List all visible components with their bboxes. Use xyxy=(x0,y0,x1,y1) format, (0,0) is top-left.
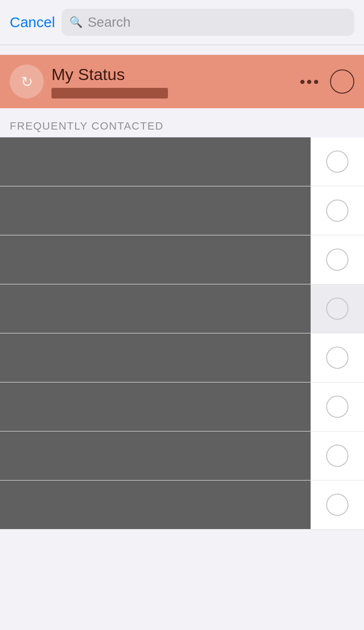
contact-row xyxy=(0,431,364,481)
contact-radio-area xyxy=(311,137,364,186)
contact-radio-area xyxy=(311,284,364,333)
header: Cancel 🔍 xyxy=(0,0,364,45)
contact-row xyxy=(0,186,364,235)
contact-radio-area xyxy=(311,235,364,284)
status-title: My Status xyxy=(51,65,292,84)
status-text-area: My Status xyxy=(51,65,292,99)
my-status-row: ↻ My Status ••• xyxy=(0,55,364,108)
contact-radio-area xyxy=(311,431,364,480)
contact-row xyxy=(0,137,364,186)
status-avatar: ↻ xyxy=(10,65,44,99)
contacts-list xyxy=(0,137,364,530)
contact-select-button[interactable] xyxy=(326,199,348,222)
search-input[interactable] xyxy=(87,15,347,30)
contact-radio-area xyxy=(311,333,364,382)
contact-select-button[interactable] xyxy=(326,298,348,320)
cancel-button[interactable]: Cancel xyxy=(10,14,55,31)
contact-avatar xyxy=(0,382,311,431)
contact-select-button[interactable] xyxy=(326,249,348,271)
contact-avatar xyxy=(0,235,311,284)
status-progress-bar xyxy=(51,88,168,99)
search-icon: 🔍 xyxy=(69,16,83,29)
contact-avatar xyxy=(0,481,311,529)
contact-select-button[interactable] xyxy=(326,347,348,369)
status-actions: ••• xyxy=(299,69,354,94)
contact-select-button[interactable] xyxy=(326,445,348,467)
section-title: FREQUENTLY CONTACTED xyxy=(10,120,164,132)
contact-row xyxy=(0,481,364,530)
contact-avatar xyxy=(0,137,311,186)
contact-avatar xyxy=(0,186,311,235)
contact-select-button[interactable] xyxy=(326,396,348,418)
contact-row xyxy=(0,382,364,431)
contact-avatar xyxy=(0,431,311,480)
status-share-button[interactable] xyxy=(330,69,354,94)
contact-select-button[interactable] xyxy=(326,494,348,516)
contact-radio-area xyxy=(311,186,364,235)
search-bar: 🔍 xyxy=(62,9,354,36)
section-header: FREQUENTLY CONTACTED xyxy=(0,108,364,137)
status-refresh-icon: ↻ xyxy=(21,73,33,90)
contact-avatar xyxy=(0,333,311,382)
contact-row xyxy=(0,235,364,284)
spacer xyxy=(0,45,364,55)
contact-avatar xyxy=(0,284,311,333)
contact-select-button[interactable] xyxy=(326,150,348,173)
more-options-button[interactable]: ••• xyxy=(299,73,320,91)
contact-row xyxy=(0,284,364,333)
contact-radio-area xyxy=(311,382,364,431)
contact-radio-area xyxy=(311,481,364,529)
contact-row xyxy=(0,333,364,382)
